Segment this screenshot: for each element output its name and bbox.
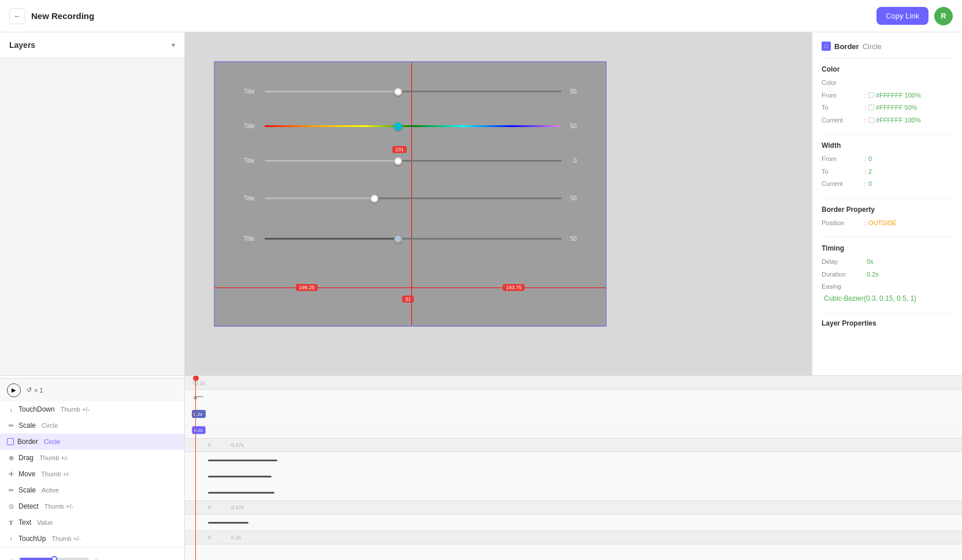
layer-item-drag[interactable]: ⊕ Drag Thumb +/- bbox=[0, 450, 184, 466]
slider-track-1[interactable] bbox=[265, 91, 562, 92]
timeline-row-scale-circle: 0.2s bbox=[185, 406, 962, 422]
touchup-ruler-0: 0 bbox=[208, 535, 211, 540]
timeline-row-scale-active bbox=[185, 484, 962, 501]
duration-value: 0.2s bbox=[867, 270, 879, 279]
canvas-container: Title 50 Title 50 Tit bbox=[214, 61, 607, 327]
to-swatch bbox=[868, 104, 874, 110]
slider-thumb-5[interactable] bbox=[394, 235, 402, 243]
divider-2 bbox=[822, 134, 953, 135]
layer-props-section: Layer Properties bbox=[822, 319, 953, 327]
slider-row-1: Title 50 bbox=[244, 88, 577, 95]
slider-label-4: Title bbox=[244, 195, 261, 201]
slider-label-5: Title bbox=[244, 236, 261, 242]
layer-item-scale-active[interactable]: ✏ Scale Active bbox=[0, 482, 184, 498]
play-icon: ▶ bbox=[12, 387, 16, 393]
width-to-value: 2 bbox=[868, 167, 872, 177]
divider-4 bbox=[822, 237, 953, 237]
slider-track-5[interactable] bbox=[265, 238, 562, 240]
block-border-circle: 0.2s bbox=[192, 426, 206, 434]
drag-icon: ⊕ bbox=[7, 454, 15, 462]
touchup-ruler-02: 0.2s bbox=[231, 535, 241, 540]
timing-header: Timing bbox=[822, 244, 953, 252]
to-value: #FFFFFF 50% bbox=[876, 103, 918, 113]
layer-item-text[interactable]: T Text Value bbox=[0, 514, 184, 531]
loop-label: × 1 bbox=[34, 387, 43, 394]
badge-231: 231 bbox=[392, 146, 407, 153]
touchdown-sub: Thumb +/- bbox=[61, 406, 90, 413]
drag-ruler: 0 0.47s bbox=[185, 438, 962, 452]
play-button[interactable]: ▶ bbox=[7, 383, 21, 397]
loop-control[interactable]: ↺ × 1 bbox=[27, 386, 43, 394]
touchdown-name: TouchDown bbox=[18, 405, 55, 413]
gear-icon[interactable]: ⚙ bbox=[566, 193, 575, 203]
copy-link-button[interactable]: Copy Link bbox=[876, 7, 928, 25]
to-key: To bbox=[822, 103, 862, 113]
progress-slider[interactable] bbox=[20, 558, 89, 560]
border-prop-section: Border Property Position : OUTSIDE bbox=[822, 206, 953, 228]
right-panel: □ Border Circle Color Color From : #FFFF… bbox=[812, 32, 962, 375]
topbar: ← New Recording Copy Link R bbox=[0, 0, 962, 32]
layer-item-touchdown[interactable]: ↓ TouchDown Thumb +/- bbox=[0, 401, 184, 417]
timeline-right-area: 0 0.2s 0.2s 0.2s 0 bbox=[185, 376, 962, 560]
connector-touchdown bbox=[195, 396, 203, 397]
seg-scale-1 bbox=[208, 492, 274, 494]
canvas-area: Title 50 Title 50 Tit bbox=[185, 32, 812, 375]
slider-row-3: Title 231 0 bbox=[244, 158, 577, 164]
slider-thumb-4[interactable] bbox=[370, 195, 378, 203]
current-swatch bbox=[868, 117, 874, 123]
slider-value-3: 0 bbox=[565, 158, 577, 164]
slider-thumb-3[interactable] bbox=[394, 157, 402, 165]
divider-3 bbox=[822, 198, 953, 199]
slider-track-3[interactable]: 231 bbox=[265, 160, 562, 162]
back-button[interactable]: ← bbox=[9, 8, 25, 24]
seg-drag-1 bbox=[208, 460, 277, 461]
touchup-name: TouchUp bbox=[18, 535, 46, 543]
badge-198: 198.25 bbox=[296, 284, 318, 291]
layer-item-touchup[interactable]: ↑ TouchUp Thumb +/- bbox=[0, 531, 184, 547]
scale-circle-icon: ✏ bbox=[7, 421, 15, 430]
slider-track-2[interactable] bbox=[265, 125, 562, 127]
current-value: #FFFFFF 100% bbox=[876, 115, 921, 125]
border-circle-name: Border bbox=[17, 438, 38, 446]
layers-title: Layers bbox=[9, 40, 35, 50]
divider-5 bbox=[822, 312, 953, 312]
main-layout: Layers ▾ Title 50 bbox=[0, 32, 962, 560]
block-scale-circle: 0.2s bbox=[192, 410, 206, 418]
slider-value-1: 50 bbox=[565, 88, 577, 95]
from-value: #FFFFFF 100% bbox=[876, 91, 921, 100]
detect-ruler-0: 0 bbox=[208, 505, 211, 510]
bottom-timeline: ▶ ↺ × 1 ↓ TouchDown Thumb +/- ✏ Scale Ci… bbox=[0, 375, 962, 560]
progress-thumb[interactable] bbox=[51, 556, 57, 561]
badge-31: 31 bbox=[402, 296, 414, 303]
slider-thumb-2[interactable] bbox=[394, 122, 402, 130]
touchup-icon: ↑ bbox=[7, 535, 15, 543]
loop-icon: ↺ bbox=[27, 386, 32, 394]
duration-row: Duration 0.2s bbox=[822, 270, 953, 279]
back-icon: ← bbox=[13, 12, 21, 20]
detect-ruler: 0 0.37s bbox=[185, 501, 962, 514]
layer-item-move[interactable]: ✛ Move Thumb +/- bbox=[0, 466, 184, 482]
layer-item-detect[interactable]: ⊙ Detect Thumb +/- bbox=[0, 498, 184, 514]
easing-row: Easing bbox=[822, 282, 953, 292]
move-icon: ✛ bbox=[7, 470, 15, 478]
slider-min: ← bbox=[9, 555, 15, 560]
timeline-controls-row: ▶ ↺ × 1 bbox=[0, 378, 184, 401]
slider-track-4[interactable]: ⚙ bbox=[265, 197, 562, 199]
seg-move-1 bbox=[208, 476, 272, 477]
color-section-header: Color bbox=[822, 65, 953, 73]
canvas-crosshair bbox=[215, 62, 606, 326]
color-label: Color bbox=[822, 78, 862, 88]
color-section: Color Color From : #FFFFFF 100% To : #FF… bbox=[822, 65, 953, 125]
layer-item-scale-circle[interactable]: ✏ Scale Circle bbox=[0, 417, 184, 434]
width-from-key: From bbox=[822, 154, 862, 164]
width-section: Width From : 0 To : 2 Current : 0 bbox=[822, 141, 953, 189]
layers-dropdown-icon[interactable]: ▾ bbox=[172, 41, 175, 49]
panel-title-sub: Circle bbox=[863, 42, 882, 51]
scale-circle-sub: Circle bbox=[42, 422, 58, 429]
slider-thumb-1[interactable] bbox=[394, 88, 402, 96]
layer-item-border-circle[interactable]: Border Circle bbox=[0, 434, 184, 450]
detect-sub: Thumb +/- bbox=[44, 503, 73, 510]
layers-header: Layers ▾ bbox=[0, 32, 184, 58]
width-section-header: Width bbox=[822, 141, 953, 150]
timeline-layers-panel: ▶ ↺ × 1 ↓ TouchDown Thumb +/- ✏ Scale Ci… bbox=[0, 376, 185, 560]
